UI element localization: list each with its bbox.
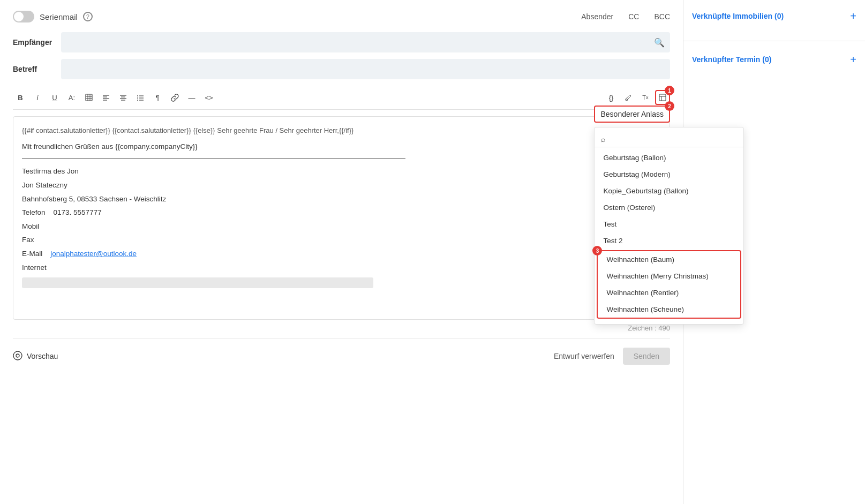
dropdown-item-0[interactable]: Geburtstag (Ballon) [595,149,743,166]
toolbar-braces[interactable]: {} [604,90,619,105]
dropdown-search-icon: ⌕ [601,135,605,144]
dropdown-item-6[interactable]: Weihnachten (Baum) [598,251,740,268]
svg-point-24 [16,354,19,357]
mobil-row: Mobil [22,221,661,232]
dropdown-item-4[interactable]: Test [595,216,743,232]
toolbar-underline[interactable]: U [47,90,62,105]
toolbar-italic[interactable]: i [30,90,45,105]
toolbar-table[interactable] [81,90,96,105]
dropdown-item-8[interactable]: Weihnachten (Rentier) [598,284,740,301]
eye-icon [13,351,22,362]
template-btn-container: 1 [655,90,670,105]
appointment-title: Verknüpfter Termin (0) [692,55,771,64]
serienmail-toggle[interactable] [13,11,34,22]
appointment-section: Verknüpfter Termin (0) + [692,54,856,71]
editor-footer-bar [22,277,373,288]
toolbar-clear-format[interactable]: Tx [638,90,653,105]
svg-point-13 [137,95,138,96]
appointment-add-btn[interactable]: + [850,54,856,65]
cc-button[interactable]: CC [628,12,639,21]
dropdown-item-5[interactable]: Test 2 [595,232,743,249]
svg-point-15 [137,97,138,99]
recipient-label: Empfänger [13,38,56,47]
preview-button[interactable]: Vorschau [13,351,58,362]
recipient-input[interactable] [66,38,651,47]
toolbar-template[interactable] [655,90,670,105]
dropdown-item-9[interactable]: Weihnachten (Scheune) [598,301,740,318]
svg-rect-20 [659,94,666,101]
telefon-row: Telefon 0173. 5557777 [22,207,661,219]
properties-header: Verknüpfte Immobilien (0) + [692,11,856,21]
email-row: E-Mail jonalphatester@outlook.de [22,248,661,260]
recipient-search-icon: 🔍 [654,37,665,48]
dropdown-highlighted-group: 3 Weihnachten (Baum) Weihnachten (Merry … [597,250,741,319]
recipient-row: Empfänger 🔍 [13,32,670,52]
toolbar-right-group: {} Tx 1 [604,90,670,105]
absender-button[interactable]: Absender [581,12,613,21]
dropdown-area: Besonderer Anlass 2 ⌕ Geburtstag (Ballon… [594,106,670,125]
dropdown-item-2[interactable]: Kopie_Geburtstag (Ballon) [595,183,743,199]
toolbar-list[interactable] [133,90,148,105]
svg-point-17 [137,100,138,101]
svg-rect-0 [86,94,92,101]
subject-input[interactable] [66,65,665,73]
preview-label: Vorschau [27,352,58,360]
appointment-header: Verknüpfter Termin (0) + [692,54,856,65]
dropdown-menu: ⌕ Geburtstag (Ballon) Geburtstag (Modern… [594,127,744,325]
editor-area[interactable]: {{#if contact.salutationletter}} {{conta… [13,116,670,320]
help-icon[interactable]: ? [83,12,93,21]
bcc-button[interactable]: BCC [654,12,670,21]
subject-label: Betreff [13,65,56,73]
serienmail-label: Serienmail [40,12,78,21]
properties-add-btn[interactable]: + [850,11,856,21]
toolbar-paragraph[interactable]: ¶ [150,90,165,105]
toolbar-bold[interactable]: B [13,90,28,105]
toolbar-fontsize[interactable]: A: [64,90,79,105]
internet-row: Internet [22,262,661,274]
editor-line-1: {{#if contact.salutationletter}} {{conta… [22,125,661,137]
dropdown-trigger-label: Besonderer Anlass [600,110,664,118]
properties-section: Verknüpfte Immobilien (0) + [692,11,856,28]
subject-input-wrapper[interactable] [61,59,670,79]
editor-divider [22,159,405,159]
toolbar-hr[interactable]: — [184,90,199,105]
discard-button[interactable]: Entwurf verwerfen [554,352,614,360]
send-button: Senden [623,348,670,365]
bottom-actions: Entwurf verwerfen Senden [554,348,670,365]
dropdown-trigger[interactable]: Besonderer Anlass [594,106,670,123]
dropdown-search-bar[interactable]: ⌕ [595,132,743,147]
address: Bahnhofsberg 5, 08533 Sachsen - Weischli… [22,193,661,205]
company-name: Testfirma des Jon [22,166,661,177]
dropdown-item-1[interactable]: Geburtstag (Modern) [595,166,743,183]
top-bar: Serienmail ? Absender CC BCC [13,11,670,22]
email-link[interactable]: jonalphatester@outlook.de [50,250,137,258]
properties-title: Verknüpfte Immobilien (0) [692,12,784,20]
subject-row: Betreff [13,59,670,79]
svg-point-23 [13,351,22,360]
toolbar-link[interactable] [167,90,182,105]
editor-toolbar: B i U A: ¶ [13,86,670,110]
editor-line-2: Mit freundlichen Grüßen aus {{company.co… [22,141,661,153]
toolbar-align-center[interactable] [116,90,131,105]
toolbar-marker[interactable] [621,90,636,105]
recipient-input-wrapper[interactable]: 🔍 [61,32,670,52]
char-count: Zeichen : 490 [13,324,670,332]
fax-row: Fax [22,234,661,246]
dropdown-search-input[interactable] [608,136,737,144]
contact-name: Jon Stateczny [22,179,661,191]
dropdown-item-7[interactable]: Weihnachten (Merry Christmas) [598,268,740,284]
dropdown-item-3[interactable]: Ostern (Osterei) [595,199,743,216]
bottom-bar: Vorschau Entwurf verwerfen Senden [13,338,670,365]
editor-wrapper: {{#if contact.salutationletter}} {{conta… [13,116,670,332]
dropdown-trigger-container: Besonderer Anlass 2 [594,106,670,123]
toolbar-code[interactable]: <> [201,90,216,105]
toolbar-align-left[interactable] [99,90,114,105]
